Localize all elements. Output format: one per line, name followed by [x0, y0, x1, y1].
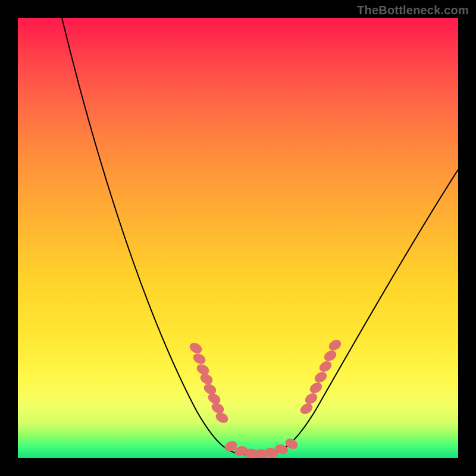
svg-point-1: [192, 352, 208, 366]
svg-point-19: [317, 359, 333, 374]
plot-area: [18, 18, 458, 458]
svg-point-15: [298, 401, 314, 416]
svg-point-17: [308, 380, 324, 395]
attribution-text: TheBottleneck.com: [357, 4, 469, 17]
svg-point-0: [188, 341, 204, 355]
curve-beads: [188, 337, 343, 458]
svg-point-16: [303, 391, 319, 406]
bottleneck-curve: [62, 18, 458, 455]
svg-point-20: [322, 348, 338, 363]
chart-frame: TheBottleneck.com: [0, 0, 476, 476]
svg-point-18: [312, 369, 328, 384]
svg-point-21: [327, 337, 343, 352]
curve-svg: [18, 18, 458, 458]
